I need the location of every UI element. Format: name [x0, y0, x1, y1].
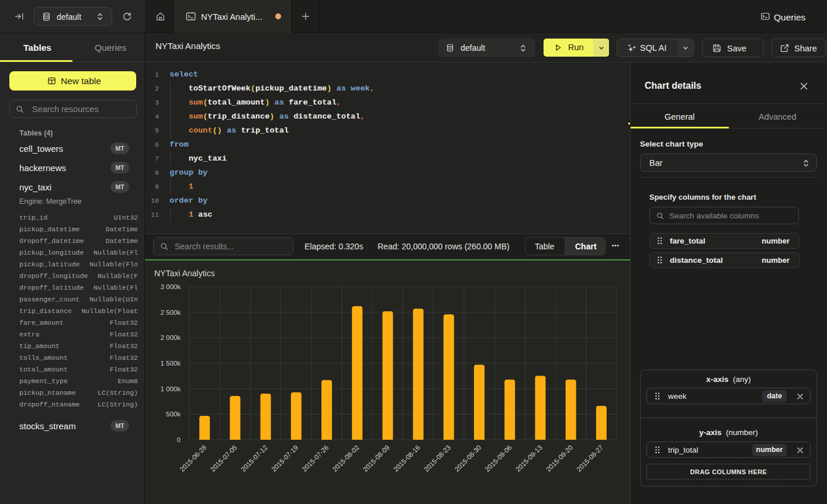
svg-text:1 000k: 1 000k — [160, 385, 181, 392]
svg-text:2015-07-12: 2015-07-12 — [240, 444, 269, 473]
svg-text:500k: 500k — [166, 411, 181, 418]
svg-text:2015-09-20: 2015-09-20 — [545, 444, 574, 473]
svg-text:1 500k: 1 500k — [160, 360, 181, 367]
svg-text:2 500k: 2 500k — [160, 309, 181, 316]
svg-text:2015-09-06: 2015-09-06 — [484, 444, 513, 473]
svg-text:3 000k: 3 000k — [160, 283, 181, 290]
svg-text:2015-08-23: 2015-08-23 — [423, 444, 452, 473]
svg-text:2015-08-16: 2015-08-16 — [392, 444, 421, 473]
svg-text:2015-07-26: 2015-07-26 — [300, 444, 330, 473]
svg-text:2015-08-09: 2015-08-09 — [362, 444, 391, 473]
svg-text:2015-09-13: 2015-09-13 — [514, 444, 544, 473]
svg-text:2015-07-19: 2015-07-19 — [270, 444, 299, 473]
svg-text:2015-07-05: 2015-07-05 — [209, 444, 238, 473]
svg-text:2015-08-30: 2015-08-30 — [453, 444, 482, 473]
svg-text:2 000k: 2 000k — [160, 334, 181, 341]
svg-text:0: 0 — [177, 436, 181, 443]
svg-text:2015-06-28: 2015-06-28 — [178, 444, 207, 473]
svg-text:2015-09-27: 2015-09-27 — [575, 444, 604, 473]
svg-text:2015-08-02: 2015-08-02 — [331, 444, 361, 473]
